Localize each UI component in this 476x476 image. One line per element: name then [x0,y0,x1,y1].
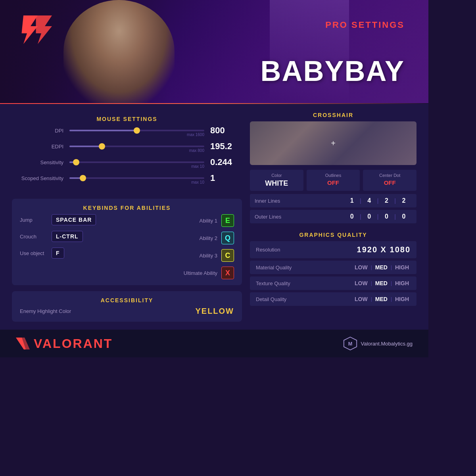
left-panel: MOUSE SETTINGS DPI max 1600 800 EDPI max… [12,112,242,322]
graphics-title: GRAPHICS QUALITY [250,232,416,238]
crosshair-color-opt: Color WHITE [250,170,303,191]
centerdot-opt-value: OFF [365,179,415,186]
header: PRO SETTINGS BABYBAY [0,0,428,103]
dpi-max: max 1600 [187,132,204,137]
material-sep1: | [371,265,372,270]
material-med: MED [374,264,389,271]
ability2-label: Ability 2 [199,235,217,241]
svg-text:M: M [348,341,353,347]
valorant-text: VALORANT [34,336,113,351]
sensitivity-row: Sensitivity max 10 0.244 [18,157,236,167]
material-quality-row: Material Quality LOW | MED | HIGH [250,261,416,274]
outlines-opt-value: OFF [309,179,358,186]
inner-lines-row: Inner Lines 1 | 4 | 2 | 2 [250,194,416,207]
use-object-label: Use object [20,250,48,256]
texture-quality-options: LOW | MED | HIGH [353,280,411,286]
crosshair-outlines-opt: Outlines OFF [307,170,360,191]
material-low: LOW [353,264,369,271]
crosshair-options: Color WHITE Outlines OFF Center Dot OFF [250,170,416,191]
detail-quality-label: Detail Quality [256,296,286,302]
edpi-label: EDPI [18,144,69,150]
valorant-icon [16,336,32,351]
sensitivity-value: 0.244 [204,157,236,167]
texture-sep2: | [391,280,392,286]
ability2-key: Q [221,232,234,244]
crosshair-title: CROSSHAIR [250,112,416,118]
inner-line-val-1: 1 [344,197,360,204]
texture-high: HIGH [393,280,411,286]
crouch-row: Crouch L-CTRL [20,231,123,242]
resolution-row: Resolution 1920 X 1080 [250,241,416,258]
crosshair-preview: + [250,121,416,165]
enemy-highlight-row: Enemy Highlight Color YELLOW [20,307,234,316]
scoped-value: 1 [204,173,236,183]
crosshair-panel: CROSSHAIR + Color WHITE Outlines OFF Cen… [250,112,416,226]
keybinds-title: KEYBINDS FOR ABILITIES [20,205,234,211]
color-opt-label: Color [252,173,301,178]
inner-line-val-3: 2 [378,197,394,204]
svg-marker-1 [36,15,52,44]
inner-line-val-2: 4 [361,197,377,204]
jump-row: Jump SPACE BAR [20,214,123,225]
dpi-label: DPI [18,128,69,134]
outer-line-val-2: 0 [361,213,377,220]
resolution-label: Resolution [256,247,280,253]
inner-lines-label: Inner Lines [255,198,290,204]
texture-low: LOW [353,280,369,286]
sensitivity-label: Sensitivity [18,159,69,165]
edpi-value: 195.2 [204,141,236,152]
sensitivity-thumb [73,159,79,165]
material-quality-label: Material Quality [256,265,292,271]
jump-key: SPACE BAR [52,214,96,225]
edpi-row: EDPI max 800 195.2 [18,141,236,152]
accessibility-title: ACCESSIBILITY [20,297,234,303]
footer: VALORANT M Valorant.Mobalytics.gg [0,330,428,357]
ability1-key: E [221,214,234,227]
resolution-value: 1920 X 1080 [357,245,411,254]
ultimate-label: Ultimate Ability [184,270,217,276]
enemy-highlight-label: Enemy Highlight Color [20,308,71,314]
player-name: BABYBAY [261,55,405,87]
crosshair-centerdot-opt: Center Dot OFF [363,170,416,191]
crouch-label: Crouch [20,234,48,240]
main-content: MOUSE SETTINGS DPI max 1600 800 EDPI max… [0,104,428,330]
character-art [270,0,349,103]
mobalytics-label: Valorant.Mobalytics.gg [361,341,413,347]
detail-low: LOW [353,296,369,302]
ability3-key: C [221,249,234,262]
texture-med: MED [374,280,389,286]
mouse-settings-title: MOUSE SETTINGS [18,116,236,122]
inner-lines-values: 1 | 4 | 2 | 2 [344,197,412,204]
scoped-max: max 10 [191,180,204,184]
detail-quality-options: LOW | MED | HIGH [353,296,411,302]
crosshair-symbol: + [331,139,336,148]
outlines-opt-label: Outlines [309,173,358,178]
mouse-settings-panel: MOUSE SETTINGS DPI max 1600 800 EDPI max… [12,112,242,193]
detail-med: MED [374,296,389,302]
scoped-track[interactable]: max 10 [69,177,204,179]
material-quality-options: LOW | MED | HIGH [353,264,411,271]
scoped-label: Scoped Sensitivity [18,175,69,181]
right-panel: CROSSHAIR + Color WHITE Outlines OFF Cen… [250,112,416,322]
detail-high: HIGH [393,296,411,302]
edpi-track[interactable]: max 800 [69,146,204,147]
dpi-fill [69,130,137,131]
pro-settings-label: PRO SETTINGS [325,20,405,30]
detail-quality-row: Detail Quality LOW | MED | HIGH [250,292,416,306]
outer-line-val-3: 0 [378,213,394,220]
sensitivity-track[interactable]: max 10 [69,161,204,163]
crouch-key: L-CTRL [52,231,83,242]
texture-quality-row: Texture Quality LOW | MED | HIGH [250,276,416,290]
keybind-left: Jump SPACE BAR Crouch L-CTRL Use object … [20,214,123,279]
mobalytics-badge: M Valorant.Mobalytics.gg [343,336,413,351]
edpi-fill [69,146,102,147]
ability2-row: Ability 2 Q [131,232,234,244]
dpi-track[interactable]: max 1600 [69,130,204,131]
outer-lines-label: Outer Lines [255,214,290,220]
inner-line-val-4: 2 [396,197,412,204]
outer-lines-row: Outer Lines 0 | 0 | 0 | 0 [250,210,416,223]
scoped-thumb [80,175,86,181]
dpi-value: 800 [204,125,236,136]
keybinds-panel: KEYBINDS FOR ABILITIES Jump SPACE BAR Cr… [12,199,242,285]
mobalytics-icon: M [343,336,357,351]
